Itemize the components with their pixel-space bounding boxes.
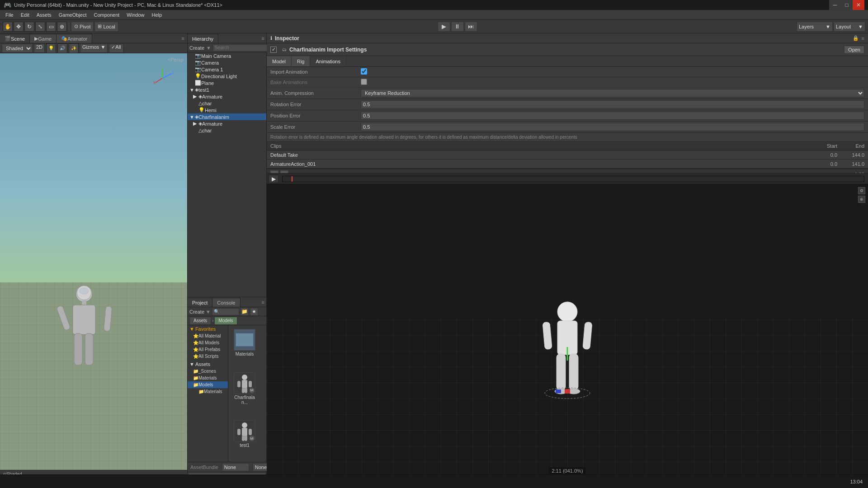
asset-test1[interactable]: M test1 [230,418,259,460]
object-active-checkbox[interactable]: ✓ [270,47,277,53]
project-menu-icon[interactable]: ≡ [260,300,266,305]
maximize-button[interactable]: □ [841,0,853,10]
scale-tool-button[interactable]: ⤡ [35,22,45,32]
hierarchy-item-charfinalanim[interactable]: ▼ ◈ Charfinalanim [188,113,266,120]
scene-view[interactable]: Z Y X <Persp [0,53,187,470]
inspector-menu-icon[interactable]: ≡ [862,36,864,41]
models-tab[interactable]: Models [214,317,237,325]
project-create-arrow[interactable]: ▼ [206,309,211,314]
play-button[interactable]: ▶ [438,22,450,32]
favorites-section[interactable]: ▼ Favorites [188,325,228,333]
bake-animations-checkbox[interactable] [361,79,367,85]
project-star-icon[interactable]: ★ [250,308,258,316]
hand-tool-button[interactable]: ✋ [3,22,13,32]
tab-scene[interactable]: 🎬 Scene [0,34,30,43]
asset-materials[interactable]: Materials [230,327,259,369]
scale-error-input[interactable] [361,123,864,131]
tab-animator[interactable]: 🎭 Animator [57,34,92,43]
hierarchy-item-directionallight[interactable]: 💡 Directional Light [188,73,266,80]
all-layers-button[interactable]: ✓All [109,44,123,53]
titlebar: 🎮 Unity Personal (64bit) - Main.unity - … [0,0,868,10]
rect-tool-button[interactable]: ▭ [46,22,56,32]
assetbundle-value[interactable]: None [222,463,249,471]
hierarchy-item-char1[interactable]: △ char [188,100,266,107]
anim-timeline-track[interactable] [282,176,864,182]
project-item-materials-sub[interactable]: 📁 Materials [188,388,228,395]
pivot-button[interactable]: ⊙ Pivot [71,22,94,32]
anim-compression-select[interactable]: Keyframe Reduction [361,89,864,97]
menu-file[interactable]: File [2,11,17,19]
step-button[interactable]: ⏭ [465,22,477,32]
clip-row-armatureaction[interactable]: ArmatureAction_001 0.0 141.0 [267,160,868,169]
import-animation-checkbox[interactable] [361,68,367,75]
clip-remove-button[interactable]: − [280,170,288,174]
scene-fx-icon[interactable]: ✨ [69,43,79,53]
project-item-materials[interactable]: 📁 Materials [188,375,228,381]
clip-row-defaulttake[interactable]: Default Take 0.0 144.0 [267,150,868,160]
hierarchy-item-plane[interactable]: ⬜ Plane [188,80,266,86]
clip-add-button[interactable]: + [270,170,278,174]
scene-lighting-icon[interactable]: 💡 [46,43,56,53]
inspector-tab-animations[interactable]: Animations [310,56,346,66]
shaded-dropdown[interactable]: Shaded [2,44,33,53]
tab-project[interactable]: Project [188,298,212,307]
2d-button[interactable]: 2D [34,44,45,53]
rotation-error-input[interactable] [361,100,864,108]
project-item-models-selected[interactable]: 📁 Models [188,381,228,388]
scene-panel-menu-icon[interactable]: ≡ [179,36,187,41]
project-item-scenes[interactable]: 📁 _Scenes [188,368,228,375]
tab-hierarchy[interactable]: Hierarchy [188,34,218,43]
hierarchy-item-camera[interactable]: 📷 Camera [188,59,266,66]
assets-tab[interactable]: Assets [189,317,211,325]
project-item-allscripts[interactable]: ⭐ All Scripts [188,353,228,360]
hierarchy-menu-icon[interactable]: ≡ [260,36,266,41]
hierarchy-item-hemi[interactable]: 💡 Hemi [188,107,266,113]
tab-game[interactable]: ▶ Game [30,34,57,43]
project-item-allprefabs[interactable]: ⭐ All Prefabs [188,346,228,353]
position-error-input[interactable] [361,112,864,120]
anim-play-button[interactable]: ▶ [269,175,278,183]
menu-gameobject[interactable]: GameObject [55,11,90,19]
project-item-allmodels[interactable]: ⭐ All Models [188,339,228,346]
hierarchy-item-armature2[interactable]: ▶ ◈ Armature [188,120,266,127]
inspector-open-button[interactable]: Open [844,46,864,54]
project-folder-icon[interactable]: 📁 [241,308,249,316]
tab-console[interactable]: Console [212,298,240,307]
project-create-button[interactable]: Create [189,309,204,314]
menu-window[interactable]: Window [123,11,148,19]
rotate-tool-button[interactable]: ↻ [24,22,34,32]
inspector-tab-model[interactable]: Model [267,56,292,66]
project-item-allmaterial[interactable]: ⭐ All Material [188,333,228,339]
assets-section[interactable]: ▼ Assets [188,361,228,368]
inspector-lock-icon[interactable]: 🔒 [853,35,859,41]
preview-settings-icon[interactable]: ⚙ [858,187,865,194]
menu-help[interactable]: Help [148,11,165,19]
minimize-button[interactable]: ─ [829,0,841,10]
hierarchy-create-arrow[interactable]: ▼ [206,45,211,51]
close-button[interactable]: ✕ [853,0,864,10]
menu-assets[interactable]: Assets [33,11,55,19]
local-button[interactable]: ⊞ Local [94,22,118,32]
menu-component[interactable]: Component [90,11,123,19]
inspector-info-text: Rotation error is defined as maximum ang… [267,133,868,142]
layers-dropdown[interactable]: Layers ▼ [797,22,833,32]
hierarchy-item-camera1[interactable]: 📷 Camera 1 [188,66,266,73]
hierarchy-item-armature1[interactable]: ▶ ◈ Armature [188,93,266,100]
gizmos-button[interactable]: Gizmos ▼ [80,44,108,53]
preview-zoom-icon[interactable]: ⊕ [858,196,865,203]
scene-audio-icon[interactable]: 🔊 [57,43,67,53]
transform-tool-button[interactable]: ⊕ [57,22,67,32]
menu-edit[interactable]: Edit [17,11,33,19]
layout-dropdown[interactable]: Layout ▼ [834,22,865,32]
asset-charfinalanim[interactable]: M Charfinalan... [230,371,259,417]
inspector-tab-rig[interactable]: Rig [292,56,311,66]
assets-arrow-icon: ▼ [189,361,194,367]
project-search-input[interactable] [212,308,239,315]
hierarchy-item-test1[interactable]: ▼ ◈ test1 [188,86,266,93]
pause-button[interactable]: ⏸ [451,22,464,32]
move-tool-button[interactable]: ✥ [14,22,24,32]
hierarchy-create-button[interactable]: Create [189,45,204,51]
hierarchy-item-char2[interactable]: △ char [188,127,266,134]
hierarchy-item-maincamera[interactable]: 📷 Main Camera [188,52,266,59]
hierarchy-search-input[interactable] [213,44,274,52]
